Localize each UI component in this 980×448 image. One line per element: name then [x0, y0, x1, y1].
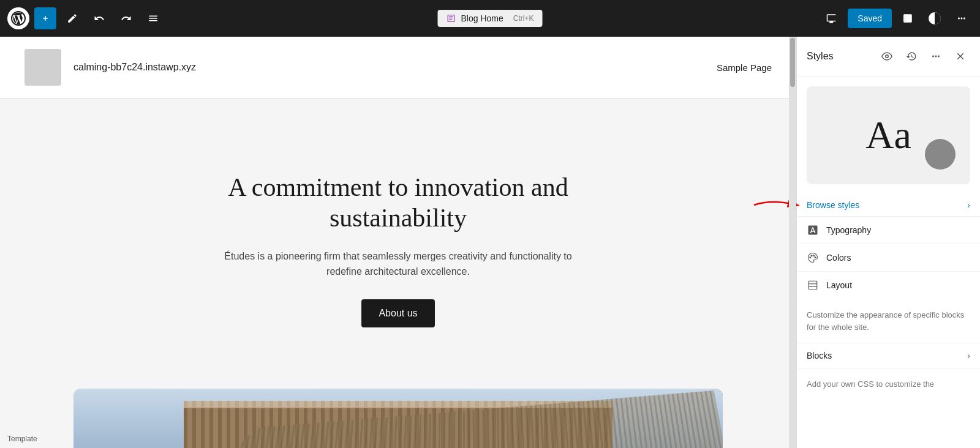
- svg-point-56: [886, 55, 889, 58]
- svg-rect-43: [510, 401, 513, 448]
- svg-rect-46: [535, 401, 539, 448]
- plus-icon: [40, 13, 51, 24]
- svg-rect-54: [604, 401, 608, 448]
- typography-icon: [807, 224, 819, 236]
- pencil-button[interactable]: [61, 7, 83, 29]
- hero-wrapper: A commitment to innovation and sustainab…: [0, 99, 796, 383]
- dark-mode-icon: [927, 11, 942, 26]
- style-preview-circle: [925, 139, 956, 170]
- styles-panel-header: Styles: [797, 37, 980, 77]
- redo-button[interactable]: [115, 7, 137, 29]
- device-view-button[interactable]: [821, 7, 843, 29]
- pencil-icon: [67, 13, 78, 24]
- blocks-row[interactable]: Blocks ›: [797, 343, 980, 368]
- building-svg: [74, 389, 723, 448]
- site-logo: [24, 49, 61, 86]
- toolbar: Blog Home Ctrl+K Saved: [0, 0, 980, 37]
- saved-button[interactable]: Saved: [848, 9, 892, 28]
- eye-button[interactable]: [877, 47, 897, 66]
- svg-rect-47: [544, 401, 548, 448]
- list-view-icon: [148, 13, 159, 24]
- image-wrapper: [0, 383, 796, 448]
- layout-label: Layout: [826, 280, 852, 290]
- typography-menu-item[interactable]: Typography: [797, 217, 980, 244]
- ellipsis-icon: [956, 13, 967, 24]
- colors-icon: [807, 252, 819, 264]
- history-button[interactable]: [902, 47, 921, 66]
- sidebar-icon: [902, 13, 913, 24]
- sidebar-toggle-button[interactable]: [897, 7, 919, 29]
- hero-subtitle: Études is a pioneering firm that seamles…: [208, 248, 588, 280]
- svg-point-60: [813, 255, 815, 256]
- browse-styles-link: Browse styles: [807, 200, 967, 210]
- main-layout: calming-bb7c24.instawp.xyz Sample Page A…: [0, 37, 980, 448]
- blog-home-label: Blog Home: [461, 13, 503, 23]
- svg-rect-48: [552, 401, 556, 448]
- svg-point-59: [811, 255, 812, 256]
- style-preview: Aa: [807, 86, 970, 184]
- dark-mode-button[interactable]: [924, 7, 946, 29]
- style-preview-text: Aa: [865, 113, 911, 158]
- undo-icon: [94, 13, 105, 24]
- svg-rect-42: [501, 401, 505, 448]
- building-image: [74, 389, 723, 448]
- panel-more-button[interactable]: [926, 47, 946, 66]
- website-preview: calming-bb7c24.instawp.xyz Sample Page A…: [0, 37, 796, 448]
- svg-rect-55: [184, 401, 612, 408]
- add-button[interactable]: [34, 7, 56, 29]
- site-header: calming-bb7c24.instawp.xyz Sample Page: [0, 37, 796, 99]
- browse-styles-chevron: ›: [967, 200, 970, 210]
- customize-description: Customize the appearance of specific blo…: [797, 299, 980, 343]
- redo-icon: [121, 13, 132, 24]
- template-label: Template: [7, 435, 37, 443]
- scrollbar[interactable]: [789, 37, 796, 448]
- browse-styles-row[interactable]: Browse styles ›: [797, 194, 980, 217]
- list-view-button[interactable]: [142, 7, 164, 29]
- css-description: Add your own CSS to customize the: [797, 368, 980, 400]
- more-options-button[interactable]: [951, 7, 973, 29]
- blog-home-button[interactable]: Blog Home Ctrl+K: [438, 10, 543, 27]
- hero-section: A commitment to innovation and sustainab…: [184, 135, 612, 358]
- close-icon: [955, 51, 966, 62]
- svg-rect-44: [518, 401, 522, 448]
- blog-home-center: Blog Home Ctrl+K: [438, 10, 543, 27]
- layout-icon: [807, 279, 819, 291]
- eye-icon: [881, 51, 892, 62]
- svg-rect-51: [578, 401, 582, 448]
- undo-button[interactable]: [88, 7, 110, 29]
- svg-rect-52: [587, 401, 590, 448]
- panel-ellipsis-icon: [930, 51, 941, 62]
- about-us-button[interactable]: About us: [361, 299, 434, 327]
- page-icon: [447, 13, 456, 23]
- svg-rect-62: [809, 281, 817, 289]
- site-navigation: Sample Page: [717, 62, 772, 73]
- typography-label: Typography: [826, 225, 871, 235]
- monitor-icon: [826, 13, 837, 24]
- colors-menu-item[interactable]: Colors: [797, 244, 980, 272]
- blocks-chevron: ›: [967, 351, 970, 360]
- svg-rect-50: [570, 401, 573, 448]
- scrollbar-thumb: [790, 38, 795, 87]
- styles-panel: Styles: [796, 37, 980, 448]
- svg-point-61: [815, 257, 816, 258]
- site-domain: calming-bb7c24.instawp.xyz: [74, 62, 196, 73]
- svg-rect-45: [527, 401, 530, 448]
- svg-rect-49: [561, 401, 565, 448]
- history-icon: [906, 51, 917, 62]
- blocks-label: Blocks: [807, 351, 967, 360]
- keyboard-shortcut: Ctrl+K: [513, 14, 534, 23]
- svg-rect-3: [74, 389, 723, 448]
- svg-rect-53: [595, 401, 599, 448]
- colors-label: Colors: [826, 253, 851, 263]
- toolbar-right: Saved: [821, 7, 973, 29]
- wordpress-logo[interactable]: [7, 7, 29, 29]
- hero-title: A commitment to innovation and sustainab…: [208, 172, 588, 234]
- canvas: calming-bb7c24.instawp.xyz Sample Page A…: [0, 37, 796, 448]
- styles-panel-title: Styles: [807, 51, 872, 62]
- layout-menu-item[interactable]: Layout: [797, 272, 980, 299]
- svg-point-58: [810, 257, 811, 258]
- close-button[interactable]: [951, 47, 970, 66]
